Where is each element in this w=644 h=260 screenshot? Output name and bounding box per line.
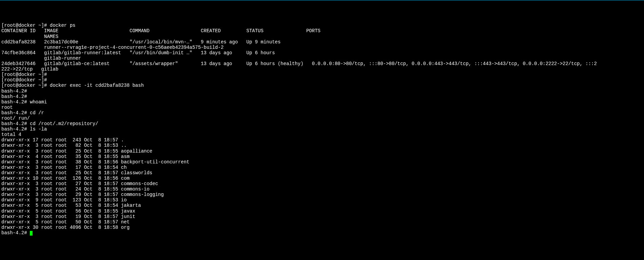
container-row-3-wrap: 222->22/tcp gitlab — [1, 66, 58, 72]
container-row-3: 24deb3427646 gitlab/gitlab-ce:latest "/a… — [1, 61, 597, 66]
ls-row: drwxr-xr-x 3 root root 19 Oct 8 18:57 ju… — [1, 214, 135, 219]
ls-row: drwxr-xr-x 5 root root 50 Oct 8 18:57 ne… — [1, 219, 130, 225]
terminal[interactable]: [root@docker ~]# docker ps CONTAINER ID … — [0, 22, 644, 236]
container-row-1: cdd2bafa8238 2c3ba17dc00e "/usr/local/bi… — [1, 39, 280, 45]
ls-row: drwxr-xr-x 3 root root 25 Oct 8 18:57 cl… — [1, 170, 152, 176]
ls-row: drwxr-xr-x 3 root root 17 Oct 8 18:54 ch — [1, 165, 127, 170]
ls-row: drwxr-xr-x 5 root root 53 Oct 8 18:54 ja… — [1, 203, 141, 208]
ls-row: drwxr-xr-x 3 root root 25 Oct 8 18:55 ao… — [1, 148, 152, 154]
cmd-ls: ls -la — [30, 126, 47, 132]
cd-r-output: root/ run/ — [1, 116, 30, 121]
bash-prompt: bash-4.2# — [1, 88, 30, 94]
prompt-empty: [root@docker ~]# — [1, 77, 47, 83]
bash-prompt: bash-4.2# — [1, 126, 30, 132]
prompt-empty: [root@docker ~]# — [1, 72, 47, 77]
cmd-docker-exec: docker exec -it cdd2bafa8238 bash — [50, 83, 144, 88]
ls-total: total 4 — [1, 132, 21, 137]
ls-row: drwxr-xr-x 3 root root 29 Oct 8 18:57 co… — [1, 192, 164, 197]
ps-headers-names: NAMES — [1, 34, 58, 39]
ls-row: drwxr-xr-x 3 root root 38 Oct 8 18:56 ba… — [1, 159, 190, 165]
cmd-whoami: whoami — [30, 99, 47, 105]
ls-row: drwxr-xr-x 17 root root 243 Oct 8 18:57 … — [1, 137, 124, 143]
container-row-2: 74cfbe36c864 gitlab/gitlab-runner:latest… — [1, 50, 275, 56]
bash-prompt: bash-4.2# — [1, 230, 30, 236]
prompt: [root@docker ~]# — [1, 83, 50, 88]
bash-prompt: bash-4.2# — [1, 94, 30, 99]
ls-row: drwxr-xr-x 4 root root 35 Oct 8 18:55 as… — [1, 154, 130, 159]
ls-row: drwxr-xr-x 10 root root 126 Oct 8 18:56 … — [1, 176, 130, 181]
bash-prompt: bash-4.2# — [1, 121, 30, 126]
ls-row: drwxr-xr-x 3 root root 27 Oct 8 18:57 co… — [1, 181, 158, 186]
ls-row: drwxr-xr-x 3 root root 82 Oct 8 18:53 .. — [1, 143, 127, 148]
bash-prompt: bash-4.2# — [1, 99, 30, 105]
cmd-cd-m2: cd /root/.m2/repository/ — [30, 121, 98, 126]
ps-headers: CONTAINER ID IMAGE COMMAND CREATED STATU… — [1, 28, 320, 34]
ls-row: drwxr-xr-x 5 root root 56 Oct 8 18:55 ja… — [1, 208, 135, 214]
bash-prompt: bash-4.2# — [1, 110, 30, 116]
cursor — [30, 231, 33, 236]
whoami-output: root — [1, 105, 13, 110]
cmd-docker-ps: docker ps — [50, 23, 76, 28]
cmd-cd-r: cd /r — [30, 110, 44, 116]
container-row-1-names: runner--rvrag1e-project-4-concurrent-0-c… — [1, 45, 223, 50]
prompt: [root@docker ~]# — [1, 23, 50, 28]
ls-row: drwxr-xr-x 30 root root 4096 Oct 8 18:58… — [1, 225, 130, 230]
container-row-2-names: gitlab-runner — [1, 56, 81, 61]
ls-row: drwxr-xr-x 9 root root 123 Oct 8 18:53 i… — [1, 197, 127, 203]
ls-row: drwxr-xr-x 3 root root 24 Oct 8 18:55 co… — [1, 186, 150, 192]
